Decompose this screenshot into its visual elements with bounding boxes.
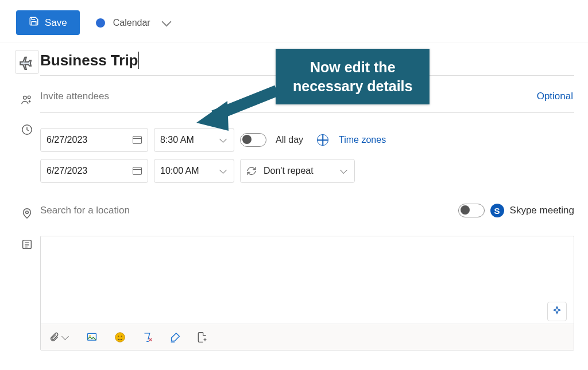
instruction-callout: Now edit the necessary details (276, 49, 430, 104)
clock-icon (21, 123, 33, 136)
skype-icon: S (490, 204, 504, 217)
svg-marker-13 (196, 101, 229, 131)
chevron-down-icon (61, 333, 69, 340)
calendar-label: Calendar (113, 18, 150, 28)
svg-point-0 (24, 96, 27, 99)
top-toolbar: Save Calendar (0, 0, 588, 42)
clear-format-button[interactable] (141, 331, 154, 344)
time-row: 6/27/2023 8:30 AM All day Time zones 6/2… (10, 116, 578, 194)
start-time-input[interactable]: 8:30 AM (154, 128, 234, 152)
save-button[interactable]: Save (16, 10, 80, 35)
location-input[interactable] (40, 205, 458, 216)
skype-label: Skype meeting (510, 205, 574, 216)
chevron-down-icon (340, 166, 347, 174)
end-time-input[interactable]: 10:00 AM (154, 159, 234, 183)
location-icon (21, 207, 33, 220)
people-icon (21, 94, 33, 106)
optional-link[interactable]: Optional (537, 91, 574, 102)
suggestion-button[interactable] (547, 302, 567, 321)
svg-point-10 (115, 332, 125, 342)
insert-image-button[interactable] (85, 332, 99, 343)
calendar-icon (133, 167, 142, 175)
all-day-label: All day (276, 135, 303, 145)
repeat-icon (246, 166, 257, 176)
svg-point-1 (28, 96, 30, 99)
save-icon (29, 16, 39, 29)
description-icon (21, 238, 33, 251)
location-row: S Skype meeting (10, 194, 578, 232)
calendar-icon (133, 136, 142, 144)
attach-button[interactable] (49, 331, 70, 344)
repeat-select[interactable]: Don't repeat (240, 159, 355, 183)
insert-file-button[interactable] (196, 331, 208, 344)
svg-point-11 (118, 336, 119, 337)
save-label: Save (45, 17, 67, 29)
callout-arrow-icon (196, 91, 283, 125)
attendees-input[interactable]: Invite attendees (40, 91, 109, 102)
emoji-button[interactable] (114, 331, 126, 344)
calendar-color-dot (96, 18, 105, 28)
all-day-toggle[interactable] (240, 133, 266, 147)
airplane-icon (19, 54, 35, 70)
svg-point-3 (26, 211, 29, 214)
time-zones-link[interactable]: Time zones (339, 135, 386, 145)
format-toolbar (41, 324, 574, 350)
category-icon-button[interactable] (14, 50, 40, 74)
calendar-selector[interactable]: Calendar (96, 18, 170, 28)
end-date-input[interactable]: 6/27/2023 (40, 159, 148, 183)
globe-icon (317, 134, 328, 146)
skype-toggle[interactable] (458, 204, 485, 217)
chevron-down-icon (219, 166, 227, 174)
description-editor[interactable] (40, 236, 574, 350)
highlight-button[interactable] (169, 331, 181, 344)
chevron-down-icon (161, 17, 171, 26)
start-date-input[interactable]: 6/27/2023 (40, 128, 148, 152)
description-row (10, 232, 578, 354)
chevron-down-icon (219, 135, 227, 143)
svg-point-12 (121, 336, 122, 337)
